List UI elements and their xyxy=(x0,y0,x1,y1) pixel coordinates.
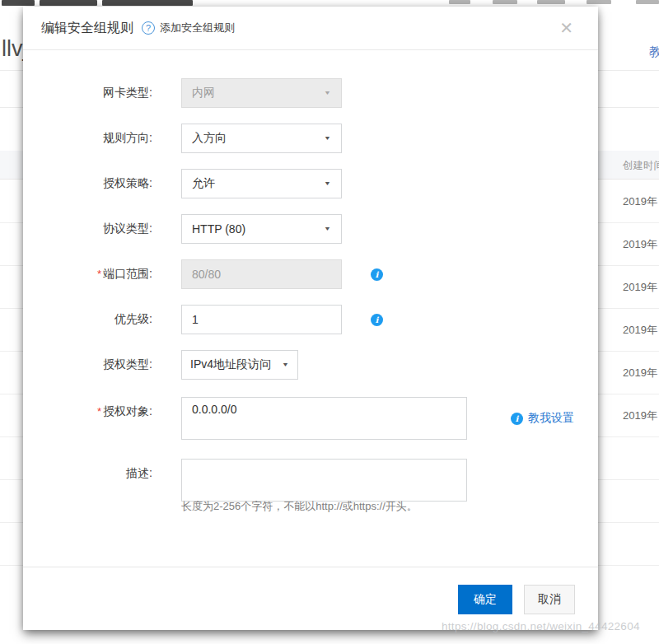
chevron-down-icon: ▼ xyxy=(324,226,331,232)
confirm-button[interactable]: 确定 xyxy=(458,585,512,614)
edit-security-group-rule-dialog: 编辑安全组规则 ? 添加安全组规则 ✕ 网卡类型: 内网 ▼ 规则方向: 入方向… xyxy=(23,7,598,630)
rule-direction-select[interactable]: 入方向 ▼ xyxy=(181,124,342,153)
clipped-toolbar-fragment xyxy=(636,0,659,4)
required-asterisk: * xyxy=(97,268,101,280)
protocol-type-select[interactable]: HTTP (80) ▼ xyxy=(181,214,342,244)
tutorial-link[interactable]: 教 xyxy=(649,44,659,60)
chevron-down-icon: ▼ xyxy=(324,90,331,96)
field-label: 授权策略: xyxy=(103,176,152,189)
table-row: 2019年 xyxy=(623,237,657,252)
form-row-nic-type: 网卡类型: 内网 ▼ xyxy=(23,78,598,108)
description-hint: 长度为2-256个字符，不能以http://或https://开头。 xyxy=(181,499,598,514)
description-input[interactable] xyxy=(181,459,467,502)
chevron-down-icon: ▼ xyxy=(282,362,289,368)
column-header-created-time: 创建时间 xyxy=(623,159,659,173)
select-value: HTTP (80) xyxy=(192,222,245,236)
priority-input[interactable] xyxy=(181,305,342,334)
select-value: 允许 xyxy=(192,176,215,191)
clipped-toolbar-fragment xyxy=(493,0,517,4)
field-label: 端口范围: xyxy=(103,267,152,280)
clipped-breadcrumb-fragment xyxy=(40,0,97,6)
form-row-port-range: *端口范围: i xyxy=(23,259,598,289)
field-label: 优先级: xyxy=(115,312,152,325)
form-row-auth-type: 授权类型: IPv4地址段访问 ▼ xyxy=(23,350,598,380)
chevron-down-icon: ▼ xyxy=(324,180,331,187)
table-row: 2019年 xyxy=(623,280,657,295)
dialog-subtitle: 添加安全组规则 xyxy=(160,21,235,35)
dialog-title: 编辑安全组规则 xyxy=(41,20,133,37)
close-icon[interactable]: ✕ xyxy=(559,20,573,36)
field-label: 网卡类型: xyxy=(103,86,152,99)
clipped-toolbar-fragment xyxy=(587,0,611,4)
info-icon[interactable]: i xyxy=(371,268,383,281)
form-row-description: 描述: xyxy=(23,459,598,502)
form-row-auth-policy: 授权策略: 允许 ▼ xyxy=(23,169,598,198)
required-asterisk: * xyxy=(97,405,101,418)
field-label: 描述: xyxy=(126,466,152,479)
select-value: 内网 xyxy=(192,86,215,100)
info-icon[interactable]: i xyxy=(511,413,523,425)
form-row-priority: 优先级: i xyxy=(23,305,598,334)
auth-policy-select[interactable]: 允许 ▼ xyxy=(181,169,342,198)
table-row: 2019年 xyxy=(623,408,657,423)
field-label: 协议类型: xyxy=(103,222,152,235)
clipped-breadcrumb-fragment xyxy=(102,0,193,6)
auth-type-select[interactable]: IPv4地址段访问 ▼ xyxy=(181,350,298,380)
clipped-toolbar-fragment xyxy=(449,0,470,4)
form-row-protocol-type: 协议类型: HTTP (80) ▼ xyxy=(23,214,598,244)
help-icon[interactable]: ? xyxy=(142,21,155,35)
auth-object-input[interactable]: 0.0.0.0/0 xyxy=(181,397,467,440)
table-row: 2019年 xyxy=(623,194,657,209)
form-row-rule-direction: 规则方向: 入方向 ▼ xyxy=(23,124,598,153)
dialog-header: 编辑安全组规则 ? 添加安全组规则 ✕ xyxy=(23,7,598,50)
field-label: 规则方向: xyxy=(103,131,152,144)
teach-me-setup-link[interactable]: 教我设置 xyxy=(528,411,574,426)
port-range-input[interactable] xyxy=(181,259,342,289)
field-label: 授权对象: xyxy=(103,404,152,418)
select-value: IPv4地址段访问 xyxy=(190,357,271,372)
clipped-breadcrumb-fragment xyxy=(2,0,35,6)
clipped-toolbar-fragment xyxy=(537,0,565,4)
chevron-down-icon: ▼ xyxy=(324,135,331,142)
nic-type-select[interactable]: 内网 ▼ xyxy=(181,78,342,108)
table-row: 2019年 xyxy=(623,323,657,338)
cancel-button[interactable]: 取消 xyxy=(524,585,575,614)
select-value: 入方向 xyxy=(192,131,227,146)
table-row: 2019年 xyxy=(623,366,657,380)
watermark: https://blog.csdn.net/weixin_44422604 xyxy=(442,620,640,632)
form-row-auth-object: *授权对象: 0.0.0.0/0 i 教我设置 xyxy=(23,397,598,440)
info-icon[interactable]: i xyxy=(371,314,383,326)
field-label: 授权类型: xyxy=(103,357,152,371)
dialog-form: 网卡类型: 内网 ▼ 规则方向: 入方向 ▼ 授权策略: 允许 xyxy=(23,50,598,514)
